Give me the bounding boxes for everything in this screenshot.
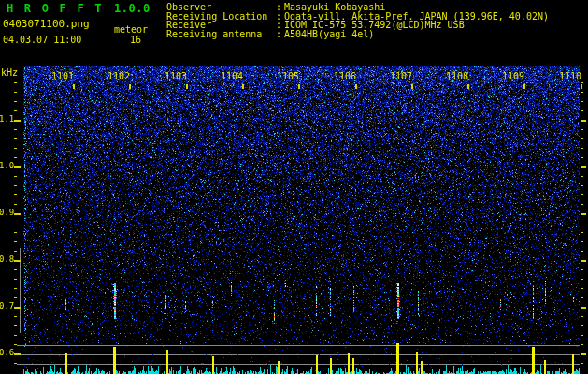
info-label: Receiving antenna	[166, 30, 276, 39]
info-row: Receiving antenna:A504HB(yagi 4el)	[166, 30, 587, 39]
time-tick-label: 1106	[333, 72, 357, 81]
time-tick-label: 1110	[558, 72, 582, 81]
freq-tick-label: 1.1	[0, 115, 14, 123]
spectrogram-canvas	[0, 0, 588, 374]
time-tick-label: 1109	[501, 72, 525, 81]
time-tick-label: 1107	[389, 72, 413, 81]
file-name: 0403071100.png	[3, 19, 90, 29]
info-value: A504HB(yagi 4el)	[284, 30, 374, 39]
khz-unit-label: kHz	[1, 68, 18, 78]
freq-tick-label: 0.6	[0, 349, 14, 357]
time-tick-label: 1101	[50, 72, 75, 81]
app-version: 1.0.0	[114, 3, 151, 14]
time-tick-label: 1105	[276, 72, 300, 81]
info-separator: :	[276, 30, 284, 39]
mode-label: meteor	[114, 25, 148, 35]
time-tick-label: 1108	[445, 72, 469, 81]
freq-tick-label: 0.9	[0, 209, 14, 217]
freq-tick-label: 0.8	[0, 255, 14, 264]
freq-tick-label: 1.0	[0, 162, 14, 170]
time-tick-label: 1102	[107, 72, 131, 81]
time-tick-label: 1104	[220, 72, 244, 81]
freq-tick-label: 0.7	[0, 302, 14, 310]
datetime-label: 04.03.07 11:00	[3, 36, 81, 45]
time-tick-label: 1103	[164, 72, 188, 81]
echo-count: 16	[130, 36, 141, 45]
app-title: H R O F F T	[7, 3, 104, 14]
station-info-block: Observer:Masayuki KobayashiReceiving Loc…	[166, 3, 587, 38]
hrofft-screen: H R O F F T 1.0.0 0403071100.png meteor …	[0, 0, 588, 374]
